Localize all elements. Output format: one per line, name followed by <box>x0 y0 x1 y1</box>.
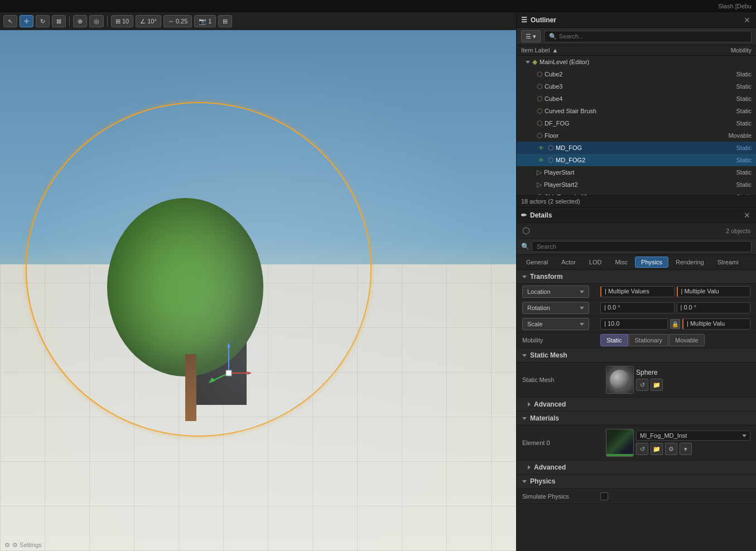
materials-advanced-header[interactable]: Advanced <box>517 461 756 475</box>
tree-row-playerstart[interactable]: ▷ PlayerStart Static <box>517 166 756 178</box>
viewport[interactable]: ↖ ✛ ↻ ⊠ ⊕ ◎ ⊞ 10 ∠ 10° ↔ 0.25 📷 1 ⊞ <box>0 12 516 551</box>
physics-arrow <box>522 480 527 483</box>
brush-icon: ⬡ <box>537 107 542 115</box>
scale-snap-btn[interactable]: ↔ 0.25 <box>163 15 192 27</box>
mobility-stationary-btn[interactable]: Stationary <box>629 334 669 346</box>
details-search-input[interactable] <box>532 241 752 252</box>
scale-lock-btn[interactable]: 🔒 <box>670 319 680 329</box>
outliner-filter-btn[interactable]: ☰ ▾ <box>521 30 541 42</box>
tab-lod[interactable]: LOD <box>583 257 608 268</box>
simulate-physics-label: Simulate Physics <box>522 493 600 500</box>
tree-row-floor[interactable]: ⬡ Floor Movable <box>517 129 756 142</box>
mesh-refresh-btn[interactable]: ↺ <box>636 379 648 391</box>
mat-dropdown-arrow <box>742 434 747 437</box>
col-item-label-text: Item Label <box>521 47 550 54</box>
tree-row-md-fog2[interactable]: 👁 ⬡ MD_FOG2 Static <box>517 154 756 166</box>
rotation-y-input[interactable]: | 0.0 ° <box>677 302 751 313</box>
materials-element0-row: Element 0 MI_Fog_MD_Inst ↺ 📁 ⚙ <box>517 426 756 461</box>
details-icon-bar: ⬡ 2 objects <box>517 223 756 239</box>
scale-dropdown[interactable]: Scale <box>522 318 589 330</box>
top-title: Slash [Debu <box>718 3 752 9</box>
tree-row-df-fog[interactable]: ⬡ DF_FOG Static <box>517 117 756 129</box>
scene-background <box>0 30 516 551</box>
tab-actor[interactable]: Actor <box>555 257 582 268</box>
transform-section-header[interactable]: Transform <box>517 270 756 284</box>
materials-section-header[interactable]: Materials <box>517 412 756 426</box>
playerstart-name: PlayerStart <box>544 169 707 176</box>
mobility-static-btn[interactable]: Static <box>600 334 628 346</box>
mat-settings-btn[interactable]: ⚙ <box>665 443 677 455</box>
mesh-icon-7: ⬡ <box>548 156 553 164</box>
angle-snap-btn[interactable]: ∠ 10° <box>136 15 161 27</box>
simulate-physics-checkbox[interactable] <box>600 492 608 500</box>
outliner-toolbar: ☰ ▾ 🔍 <box>517 28 756 45</box>
tree-row-cube4[interactable]: ⬡ Cube4 Static <box>517 93 756 105</box>
surface-snap-btn[interactable]: ◎ <box>89 15 104 27</box>
rotation-dropdown[interactable]: Rotation <box>522 302 589 314</box>
player-icon-2: ▷ <box>537 181 542 188</box>
svg-rect-6 <box>226 370 232 376</box>
camera-speed-btn[interactable]: 📷 1 <box>194 15 216 27</box>
cube3-name: Cube3 <box>545 83 707 90</box>
mat-more-btn[interactable]: ▾ <box>680 443 692 455</box>
grid-snap-btn[interactable]: ⊞ 10 <box>111 15 133 27</box>
tree-row-cube2[interactable]: ⬡ Cube2 Static <box>517 68 756 80</box>
details-panel: ✏ Details ✕ ⬡ 2 objects 🔍 General Actor … <box>517 207 756 551</box>
viewport-options-btn[interactable]: ⊞ <box>218 15 232 27</box>
settings-bar[interactable]: ⚙ ⚙ Settings <box>0 539 46 551</box>
mobility-movable-btn[interactable]: Movable <box>669 334 705 346</box>
location-y-input[interactable]: | Multiple Valu <box>677 286 751 297</box>
viewport-toolbar: ↖ ✛ ↻ ⊠ ⊕ ◎ ⊞ 10 ∠ 10° ↔ 0.25 📷 1 ⊞ <box>0 12 516 30</box>
outliner-search-box[interactable]: 🔍 <box>544 31 752 42</box>
rotation-label: Rotation <box>522 302 600 314</box>
advanced-mat-label: Advanced <box>534 463 566 471</box>
location-dropdown[interactable]: Location <box>522 286 589 298</box>
scale-x-input[interactable]: | 10.0 <box>600 318 668 330</box>
mat-refresh-btn[interactable]: ↺ <box>636 443 648 455</box>
tree-row-sm-tree[interactable]: ⬡ SM_Tree_A_03 Static <box>517 191 756 195</box>
transform-label: Transform <box>530 273 563 281</box>
scale-tool-btn[interactable]: ⊠ <box>52 15 66 27</box>
mesh-thumbnail <box>606 366 634 394</box>
location-x-input[interactable]: | Multiple Values <box>600 286 675 297</box>
tree-row-cube3[interactable]: ⬡ Cube3 Static <box>517 80 756 93</box>
static-mesh-advanced-header[interactable]: Advanced <box>517 398 756 412</box>
tab-rendering[interactable]: Rendering <box>670 257 710 268</box>
settings-label[interactable]: ⚙ Settings <box>12 542 42 549</box>
curved-stair-name: Curved Stair Brush <box>545 108 707 114</box>
world-space-btn[interactable]: ⊕ <box>73 15 87 27</box>
visibility-btn-md-fog[interactable]: 👁 <box>537 143 546 152</box>
rotation-x-input[interactable]: | 0.0 ° <box>600 302 675 313</box>
visibility-btn-md-fog2[interactable]: 👁 <box>537 156 546 165</box>
advanced-mesh-arrow <box>528 402 531 407</box>
tab-physics[interactable]: Physics <box>635 257 668 268</box>
mobility-btn-group: Static Stationary Movable <box>600 334 705 346</box>
outliner-title: Outliner <box>531 16 556 24</box>
scale-y-input[interactable]: | Multiple Valu <box>682 318 750 330</box>
search-icon: 🔍 <box>549 33 557 40</box>
translate-tool-btn[interactable]: ✛ <box>20 15 33 27</box>
outliner-search-input[interactable] <box>559 33 747 40</box>
floor-name: Floor <box>545 132 707 139</box>
mesh-browse-btn[interactable]: 📁 <box>651 379 663 391</box>
tab-general[interactable]: General <box>520 257 554 268</box>
physics-section-header[interactable]: Physics <box>517 475 756 489</box>
element0-value: MI_Fog_MD_Inst ↺ 📁 ⚙ ▾ <box>606 429 750 457</box>
select-tool-btn[interactable]: ↖ <box>3 15 17 27</box>
col-mobility-label: Mobility <box>707 47 752 54</box>
tree-row-playerstart2[interactable]: ▷ PlayerStart2 Static <box>517 178 756 191</box>
static-mesh-section-header[interactable]: Static Mesh <box>517 349 756 362</box>
details-close-btn[interactable]: ✕ <box>743 211 752 220</box>
mat-browse-btn[interactable]: 📁 <box>651 443 663 455</box>
tab-misc[interactable]: Misc <box>609 257 634 268</box>
cube4-mobility: Static <box>707 95 752 102</box>
sort-indicator: ▲ <box>552 47 558 54</box>
outliner-close-btn[interactable]: ✕ <box>743 16 752 25</box>
rotate-tool-btn[interactable]: ↻ <box>36 15 50 27</box>
tree-row-curved-stair[interactable]: ⬡ Curved Stair Brush Static <box>517 105 756 117</box>
mat-name-box: MI_Fog_MD_Inst <box>636 431 750 441</box>
tree-row-mainlevel[interactable]: ◆ MainLevel (Editor) <box>517 56 756 68</box>
tree-row-md-fog[interactable]: 👁 ⬡ MD_FOG Static <box>517 142 756 154</box>
tab-streaming[interactable]: Streami <box>711 257 745 268</box>
scale-label: Scale <box>522 318 600 330</box>
